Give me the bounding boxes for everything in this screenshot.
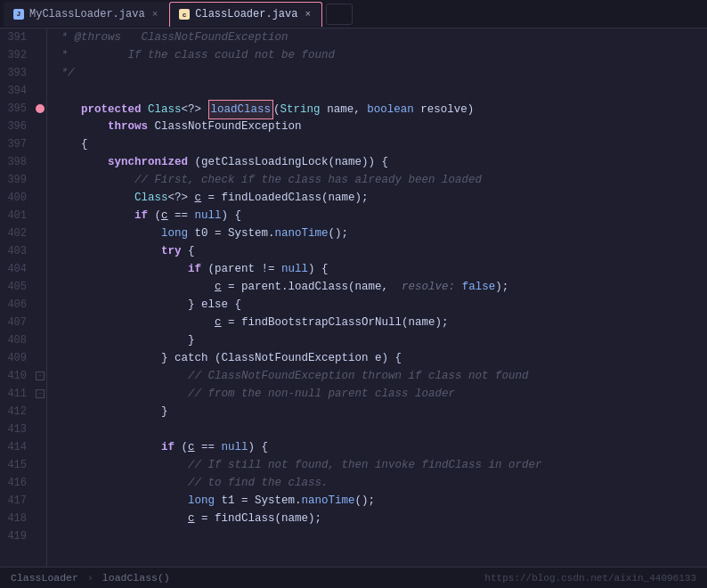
- gutter-row-400: 400: [0, 189, 46, 207]
- code-line-406: } else {: [54, 296, 707, 314]
- tab-icon-classloader: c: [179, 9, 190, 20]
- code-line-411: // from the non-null parent class loader: [54, 385, 707, 403]
- token: ();: [329, 225, 349, 242]
- token: // ClassNotFoundException thrown if clas…: [188, 367, 529, 385]
- token: [54, 118, 108, 135]
- token: c: [215, 278, 222, 296]
- token: = parent.loadClass(name,: [222, 278, 402, 296]
- token: [54, 207, 134, 225]
- token: ClassNotFoundException: [148, 118, 302, 135]
- code-line-414: if (c == null) {: [54, 438, 707, 456]
- token: [54, 492, 188, 510]
- token: c: [215, 314, 222, 331]
- gutter-row-407: 407: [0, 314, 46, 331]
- gutter-row-395: 395: [0, 100, 46, 118]
- line-number-408: 408: [0, 334, 34, 347]
- tab-myclassloader[interactable]: J MyClassLoader.java ×: [4, 2, 169, 27]
- line-number-419: 419: [0, 530, 34, 543]
- tab-bar: J MyClassLoader.java × c ClassLoader.jav…: [0, 0, 707, 29]
- code-line-412: }: [54, 403, 707, 421]
- line-number-416: 416: [0, 477, 34, 489]
- gutter-row-406: 406: [0, 296, 46, 314]
- close-tab-classloader[interactable]: ×: [303, 9, 313, 20]
- token: c: [188, 510, 195, 527]
- code-line-394: [54, 82, 707, 100]
- token: = findBootstrapClassOrNull(name);: [222, 314, 449, 331]
- breakpoint-icon[interactable]: [36, 104, 45, 113]
- gutter-row-409: 409: [0, 349, 46, 367]
- token: [54, 438, 161, 456]
- line-number-418: 418: [0, 512, 34, 525]
- code-line-410: // ClassNotFoundException thrown if clas…: [54, 367, 707, 385]
- line-number-410: 410: [0, 370, 34, 382]
- token: [54, 171, 134, 189]
- gutter-row-392: 392: [0, 46, 46, 64]
- tab-placeholder: [326, 4, 353, 25]
- code-line-409: } catch (ClassNotFoundException e) {: [54, 349, 707, 367]
- token: (: [148, 207, 161, 225]
- token: }: [161, 403, 168, 421]
- token: [54, 314, 215, 331]
- token: ==: [168, 207, 195, 225]
- token: @throws: [75, 29, 122, 46]
- code-line-408: }: [54, 331, 707, 349]
- code-line-413: [54, 421, 707, 438]
- fold-icon[interactable]: −: [36, 372, 45, 380]
- token: if: [188, 260, 201, 278]
- token: */: [54, 64, 75, 82]
- token: [54, 296, 188, 314]
- token: name,: [321, 101, 368, 118]
- token: c: [161, 207, 168, 225]
- tab-label-classloader: ClassLoader.java: [195, 8, 297, 20]
- code-area[interactable]: * @throws ClassNotFoundException * If th…: [47, 29, 707, 567]
- code-line-404: if (parent != null) {: [54, 260, 707, 278]
- token: throws: [108, 118, 148, 135]
- token: boolean: [367, 101, 414, 118]
- token: loadClass: [208, 100, 274, 119]
- gutter-row-414: 414: [0, 438, 46, 456]
- line-number-394: 394: [0, 85, 34, 97]
- token: false: [462, 278, 496, 296]
- token: resolve): [414, 101, 475, 118]
- token: null: [222, 438, 248, 456]
- token: c: [195, 189, 202, 207]
- token: ) {: [308, 260, 329, 278]
- code-line-419: [54, 527, 707, 545]
- fold-icon[interactable]: −: [36, 389, 45, 398]
- gutter-row-410: 410−: [0, 367, 46, 385]
- line-number-397: 397: [0, 138, 34, 151]
- token: Class: [148, 101, 182, 118]
- token: if: [134, 207, 148, 225]
- line-number-414: 414: [0, 441, 34, 453]
- gutter-icon-411: −: [34, 389, 46, 398]
- token: [54, 349, 161, 367]
- token: }: [188, 331, 195, 349]
- token: resolve: [402, 278, 449, 296]
- gutter-row-418: 418: [0, 510, 46, 527]
- token: t0 = System.: [188, 225, 275, 242]
- gutter-row-396: 396: [0, 118, 46, 135]
- gutter-row-411: 411−: [0, 385, 46, 403]
- token: :: [449, 278, 462, 296]
- close-tab-myclassloader[interactable]: ×: [150, 9, 160, 20]
- code-line-399: // First, check if the class has already…: [54, 171, 707, 189]
- line-number-402: 402: [0, 227, 34, 240]
- token: [54, 278, 215, 296]
- code-line-391: * @throws ClassNotFoundException: [54, 29, 707, 46]
- token: } catch (ClassNotFoundException e) {: [161, 349, 402, 367]
- line-number-398: 398: [0, 156, 34, 168]
- code-line-398: synchronized (getClassLoadingLock(name))…: [54, 153, 707, 171]
- token: [54, 242, 161, 260]
- tab-classloader[interactable]: c ClassLoader.java ×: [169, 2, 322, 27]
- token: nanoTime: [275, 225, 329, 242]
- token: (parent !=: [201, 260, 281, 278]
- line-number-406: 406: [0, 298, 34, 311]
- line-number-393: 393: [0, 67, 34, 79]
- gutter-row-405: 405: [0, 278, 46, 296]
- code-line-400: Class<?> c = findLoadedClass(name);: [54, 189, 707, 207]
- token: [54, 510, 188, 527]
- gutter-row-412: 412: [0, 403, 46, 421]
- code-line-401: if (c == null) {: [54, 207, 707, 225]
- line-number-407: 407: [0, 316, 34, 329]
- token: [54, 403, 161, 421]
